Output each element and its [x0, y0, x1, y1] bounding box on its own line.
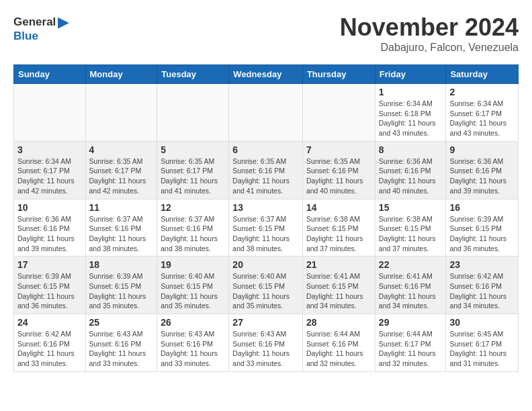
calendar-week-row: 3Sunrise: 6:34 AM Sunset: 6:17 PM Daylig…	[14, 141, 519, 199]
day-number: 6	[232, 144, 299, 155]
calendar-cell: 21Sunrise: 6:41 AM Sunset: 6:15 PM Dayli…	[302, 257, 375, 314]
day-info: Sunrise: 6:38 AM Sunset: 6:15 PM Dayligh…	[306, 214, 371, 254]
day-number: 14	[306, 202, 371, 213]
day-number: 16	[449, 202, 515, 213]
day-number: 10	[17, 202, 82, 213]
day-number: 15	[379, 202, 443, 213]
day-number: 17	[17, 259, 82, 270]
day-number: 3	[17, 144, 82, 155]
calendar-cell: 5Sunrise: 6:35 AM Sunset: 6:17 PM Daylig…	[157, 141, 229, 199]
day-info: Sunrise: 6:41 AM Sunset: 6:16 PM Dayligh…	[379, 271, 443, 311]
day-number: 20	[232, 259, 299, 270]
day-number: 27	[232, 317, 299, 328]
calendar-cell: 26Sunrise: 6:43 AM Sunset: 6:16 PM Dayli…	[157, 314, 229, 372]
day-number: 23	[449, 259, 515, 270]
day-info: Sunrise: 6:40 AM Sunset: 6:15 PM Dayligh…	[161, 271, 225, 311]
day-number: 29	[379, 317, 443, 328]
calendar-cell: 24Sunrise: 6:42 AM Sunset: 6:16 PM Dayli…	[14, 314, 86, 372]
calendar-cell: 11Sunrise: 6:37 AM Sunset: 6:16 PM Dayli…	[85, 199, 157, 257]
calendar-cell: 22Sunrise: 6:41 AM Sunset: 6:16 PM Dayli…	[375, 257, 446, 314]
calendar-cell: 3Sunrise: 6:34 AM Sunset: 6:17 PM Daylig…	[14, 141, 86, 199]
calendar-cell: 23Sunrise: 6:42 AM Sunset: 6:16 PM Dayli…	[446, 257, 519, 314]
day-info: Sunrise: 6:42 AM Sunset: 6:16 PM Dayligh…	[449, 271, 515, 311]
day-number: 4	[89, 144, 154, 155]
calendar-cell: 19Sunrise: 6:40 AM Sunset: 6:15 PM Dayli…	[157, 257, 229, 314]
day-number: 30	[449, 317, 515, 328]
calendar-cell: 17Sunrise: 6:39 AM Sunset: 6:15 PM Dayli…	[14, 257, 86, 314]
calendar-cell: 29Sunrise: 6:44 AM Sunset: 6:17 PM Dayli…	[375, 314, 446, 372]
page-header: General ▶ Blue November 2024 Dabajuro, F…	[13, 13, 519, 54]
day-info: Sunrise: 6:35 AM Sunset: 6:16 PM Dayligh…	[232, 156, 299, 196]
month-title: November 2024	[340, 13, 519, 42]
location-subtitle: Dabajuro, Falcon, Venezuela	[340, 42, 519, 54]
weekday-header: Saturday	[446, 65, 519, 84]
day-info: Sunrise: 6:35 AM Sunset: 6:17 PM Dayligh…	[161, 156, 225, 196]
day-number: 7	[306, 144, 371, 155]
day-number: 18	[89, 259, 154, 270]
day-number: 28	[306, 317, 371, 328]
day-info: Sunrise: 6:36 AM Sunset: 6:16 PM Dayligh…	[17, 214, 82, 254]
day-info: Sunrise: 6:43 AM Sunset: 6:16 PM Dayligh…	[232, 329, 299, 369]
logo: General ▶ Blue	[13, 13, 69, 43]
calendar-week-row: 10Sunrise: 6:36 AM Sunset: 6:16 PM Dayli…	[14, 199, 519, 257]
day-number: 13	[232, 202, 299, 213]
calendar-cell: 25Sunrise: 6:43 AM Sunset: 6:16 PM Dayli…	[85, 314, 157, 372]
day-info: Sunrise: 6:45 AM Sunset: 6:17 PM Dayligh…	[449, 329, 515, 369]
calendar-cell: 1Sunrise: 6:34 AM Sunset: 6:18 PM Daylig…	[375, 84, 446, 142]
day-info: Sunrise: 6:37 AM Sunset: 6:16 PM Dayligh…	[89, 214, 154, 254]
calendar-cell: 8Sunrise: 6:36 AM Sunset: 6:16 PM Daylig…	[375, 141, 446, 199]
day-info: Sunrise: 6:43 AM Sunset: 6:16 PM Dayligh…	[89, 329, 154, 369]
day-info: Sunrise: 6:34 AM Sunset: 6:18 PM Dayligh…	[379, 99, 443, 138]
calendar-cell: 4Sunrise: 6:35 AM Sunset: 6:17 PM Daylig…	[85, 141, 157, 199]
logo-text-blue: Blue	[13, 30, 69, 43]
day-info: Sunrise: 6:34 AM Sunset: 6:17 PM Dayligh…	[17, 156, 82, 196]
weekday-header: Thursday	[302, 65, 375, 84]
day-info: Sunrise: 6:34 AM Sunset: 6:17 PM Dayligh…	[449, 99, 515, 138]
calendar-week-row: 1Sunrise: 6:34 AM Sunset: 6:18 PM Daylig…	[14, 84, 519, 142]
day-info: Sunrise: 6:37 AM Sunset: 6:16 PM Dayligh…	[161, 214, 225, 254]
calendar-cell: 13Sunrise: 6:37 AM Sunset: 6:15 PM Dayli…	[229, 199, 303, 257]
calendar-header-row: SundayMondayTuesdayWednesdayThursdayFrid…	[14, 65, 519, 84]
calendar-cell: 18Sunrise: 6:39 AM Sunset: 6:15 PM Dayli…	[85, 257, 157, 314]
calendar-cell: 30Sunrise: 6:45 AM Sunset: 6:17 PM Dayli…	[446, 314, 519, 372]
weekday-header: Tuesday	[157, 65, 229, 84]
day-number: 9	[449, 144, 515, 155]
calendar-cell: 9Sunrise: 6:36 AM Sunset: 6:16 PM Daylig…	[446, 141, 519, 199]
day-number: 11	[89, 202, 154, 213]
logo-bird-icon: ▶	[58, 13, 69, 31]
day-number: 8	[379, 144, 443, 155]
day-number: 19	[161, 259, 225, 270]
calendar-week-row: 17Sunrise: 6:39 AM Sunset: 6:15 PM Dayli…	[14, 257, 519, 314]
calendar-cell: 7Sunrise: 6:35 AM Sunset: 6:16 PM Daylig…	[302, 141, 375, 199]
day-info: Sunrise: 6:44 AM Sunset: 6:17 PM Dayligh…	[379, 329, 443, 369]
calendar-cell	[85, 84, 157, 142]
calendar-cell	[157, 84, 229, 142]
weekday-header: Sunday	[14, 65, 86, 84]
calendar-week-row: 24Sunrise: 6:42 AM Sunset: 6:16 PM Dayli…	[14, 314, 519, 372]
day-info: Sunrise: 6:37 AM Sunset: 6:15 PM Dayligh…	[232, 214, 299, 254]
calendar-cell: 15Sunrise: 6:38 AM Sunset: 6:15 PM Dayli…	[375, 199, 446, 257]
day-info: Sunrise: 6:39 AM Sunset: 6:15 PM Dayligh…	[89, 271, 154, 311]
day-number: 26	[161, 317, 225, 328]
calendar-cell	[14, 84, 86, 142]
day-info: Sunrise: 6:43 AM Sunset: 6:16 PM Dayligh…	[161, 329, 225, 369]
calendar-cell	[302, 84, 375, 142]
calendar-cell: 10Sunrise: 6:36 AM Sunset: 6:16 PM Dayli…	[14, 199, 86, 257]
day-info: Sunrise: 6:36 AM Sunset: 6:16 PM Dayligh…	[449, 156, 515, 196]
day-info: Sunrise: 6:38 AM Sunset: 6:15 PM Dayligh…	[379, 214, 443, 254]
weekday-header: Friday	[375, 65, 446, 84]
day-info: Sunrise: 6:36 AM Sunset: 6:16 PM Dayligh…	[379, 156, 443, 196]
day-info: Sunrise: 6:44 AM Sunset: 6:16 PM Dayligh…	[306, 329, 371, 369]
day-number: 2	[449, 87, 515, 97]
calendar-table: SundayMondayTuesdayWednesdayThursdayFrid…	[13, 64, 519, 372]
calendar-cell: 20Sunrise: 6:40 AM Sunset: 6:15 PM Dayli…	[229, 257, 303, 314]
day-info: Sunrise: 6:35 AM Sunset: 6:17 PM Dayligh…	[89, 156, 154, 196]
day-number: 25	[89, 317, 154, 328]
title-section: November 2024 Dabajuro, Falcon, Venezuel…	[340, 13, 519, 54]
day-info: Sunrise: 6:40 AM Sunset: 6:15 PM Dayligh…	[232, 271, 299, 311]
day-number: 22	[379, 259, 443, 270]
calendar-cell: 6Sunrise: 6:35 AM Sunset: 6:16 PM Daylig…	[229, 141, 303, 199]
calendar-cell: 12Sunrise: 6:37 AM Sunset: 6:16 PM Dayli…	[157, 199, 229, 257]
day-info: Sunrise: 6:39 AM Sunset: 6:15 PM Dayligh…	[449, 214, 515, 254]
day-info: Sunrise: 6:41 AM Sunset: 6:15 PM Dayligh…	[306, 271, 371, 311]
